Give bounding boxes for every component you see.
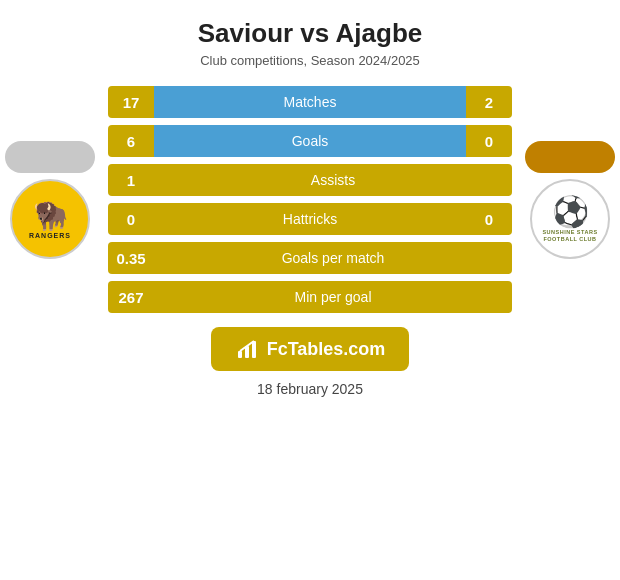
- sunshine-logo-inner: ⚽ SUNSHINE STARSFOOTBALL CLUB: [532, 181, 608, 257]
- stat-right-value: 0: [466, 125, 512, 157]
- stat-left-value: 0: [108, 203, 154, 235]
- sunshine-ball-icon: ⚽: [552, 194, 589, 229]
- stat-label-bar: Goals per match: [154, 242, 512, 274]
- stat-left-value: 1: [108, 164, 154, 196]
- stat-row: 0.35Goals per match: [108, 242, 512, 274]
- stat-right-value: 2: [466, 86, 512, 118]
- page-subtitle: Club competitions, Season 2024/2025: [198, 53, 422, 68]
- stat-left-value: 17: [108, 86, 154, 118]
- rangers-logo-inner: 🦬 RANGERS: [12, 181, 88, 257]
- stat-left-value: 6: [108, 125, 154, 157]
- stat-right-value: 0: [466, 203, 512, 235]
- svg-rect-2: [252, 341, 256, 358]
- fctables-label: FcTables.com: [267, 339, 386, 360]
- stat-label-bar: Assists: [154, 164, 512, 196]
- page-title: Saviour vs Ajagbe: [198, 18, 422, 49]
- fctables-badge: FcTables.com: [211, 327, 410, 371]
- fctables-chart-icon: [235, 337, 259, 361]
- stat-row: 6Goals0: [108, 125, 512, 157]
- stat-left-value: 267: [108, 281, 154, 313]
- bottom-section: FcTables.com 18 february 2025: [0, 327, 620, 397]
- right-oval-decoration: [525, 141, 615, 173]
- right-team-logo: ⚽ SUNSHINE STARSFOOTBALL CLUB: [530, 179, 610, 259]
- stat-label-bar: Hattricks: [154, 203, 466, 235]
- comparison-section: 🦬 RANGERS 17Matches26Goals01Assists0Hatt…: [0, 86, 620, 313]
- stat-row: 17Matches2: [108, 86, 512, 118]
- stat-left-value: 0.35: [108, 242, 154, 274]
- stats-section: 17Matches26Goals01Assists0Hattricks00.35…: [100, 86, 520, 313]
- stat-row: 267Min per goal: [108, 281, 512, 313]
- svg-rect-0: [238, 351, 242, 358]
- left-team-logo: 🦬 RANGERS: [10, 179, 90, 259]
- rangers-text-label: RANGERS: [29, 232, 71, 239]
- match-date: 18 february 2025: [257, 381, 363, 397]
- stat-label-bar: Goals: [154, 125, 466, 157]
- left-oval-decoration: [5, 141, 95, 173]
- stat-row: 1Assists: [108, 164, 512, 196]
- sunshine-text-label: SUNSHINE STARSFOOTBALL CLUB: [542, 229, 597, 242]
- rangers-animal-icon: 🦬: [33, 199, 68, 232]
- left-team-logo-section: 🦬 RANGERS: [0, 141, 100, 259]
- stat-row: 0Hattricks0: [108, 203, 512, 235]
- stat-label-bar: Min per goal: [154, 281, 512, 313]
- right-team-logo-section: ⚽ SUNSHINE STARSFOOTBALL CLUB: [520, 141, 620, 259]
- stat-label-bar: Matches: [154, 86, 466, 118]
